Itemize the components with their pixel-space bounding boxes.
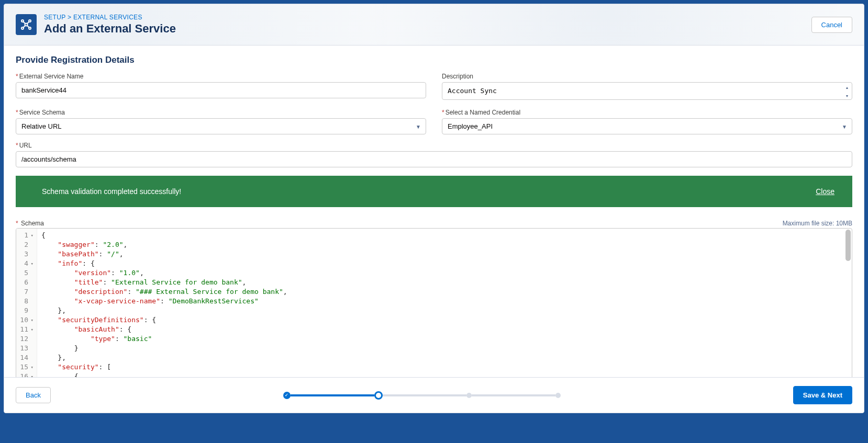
progress-step-1-done — [283, 392, 291, 399]
cancel-button[interactable]: Cancel — [811, 17, 852, 33]
code-line[interactable]: }, — [41, 306, 848, 315]
description-resize-handle[interactable]: ▲▼ — [843, 84, 851, 100]
gutter-line: 2 — [18, 240, 34, 249]
fold-toggle-icon[interactable]: ▾ — [29, 259, 34, 268]
breadcrumb-external-services[interactable]: EXTERNAL SERVICES — [73, 14, 142, 21]
gutter-line: 14 — [18, 353, 34, 362]
gutter-line: 9 — [18, 306, 34, 315]
url-label: *URL — [16, 142, 852, 149]
description-label: Description — [442, 73, 852, 80]
code-line[interactable]: "basePath": "/", — [41, 249, 848, 259]
gutter-line: 13 — [18, 344, 34, 353]
gutter-line: 3 — [18, 249, 34, 259]
gutter-line: 8 — [18, 297, 34, 306]
service-schema-label: *Service Schema — [16, 109, 426, 116]
gutter-line: 15▾ — [18, 362, 34, 372]
url-input[interactable] — [16, 151, 852, 167]
svg-line-6 — [27, 22, 29, 24]
code-line[interactable]: "version": "1.0", — [41, 268, 848, 278]
external-service-icon — [16, 14, 37, 35]
schema-code-editor[interactable]: 1▾234▾5678910▾11▾12131415▾16▾17▾ { "swag… — [16, 228, 852, 377]
wizard-progress — [283, 391, 561, 400]
gutter-line: 6 — [18, 278, 34, 287]
code-line[interactable]: { — [41, 231, 848, 240]
svg-line-7 — [24, 26, 26, 28]
schema-hint: Maximum file size: 10MB — [783, 220, 852, 227]
code-line[interactable]: "info": { — [41, 259, 848, 268]
gutter-line: 5 — [18, 268, 34, 278]
code-line[interactable]: "security": [ — [41, 362, 848, 372]
section-title: Provide Registration Details — [16, 55, 852, 65]
named-credential-select[interactable]: Employee_API — [442, 118, 852, 134]
progress-step-3 — [466, 393, 472, 398]
svg-line-5 — [24, 22, 26, 24]
breadcrumb: SETUP > EXTERNAL SERVICES — [44, 14, 804, 21]
svg-point-1 — [29, 20, 31, 22]
svg-point-4 — [25, 24, 28, 26]
gutter-line: 1▾ — [18, 231, 34, 240]
fold-toggle-icon[interactable]: ▾ — [29, 231, 34, 240]
content-scroll-area[interactable]: Provide Registration Details *External S… — [4, 55, 864, 377]
editor-scrollbar[interactable] — [845, 230, 851, 377]
code-line[interactable]: "type": "basic" — [41, 334, 848, 344]
page-header: SETUP > EXTERNAL SERVICES Add an Externa… — [4, 4, 864, 46]
gutter-line: 7 — [18, 287, 34, 297]
banner-message: Schema validation completed successfully… — [42, 187, 816, 196]
description-input[interactable] — [442, 82, 852, 100]
back-button[interactable]: Back — [16, 387, 51, 403]
save-and-next-button[interactable]: Save & Next — [793, 386, 852, 404]
service-schema-select[interactable]: Relative URL — [16, 118, 426, 134]
svg-point-0 — [21, 20, 24, 22]
page-title: Add an External Service — [44, 22, 804, 36]
schema-label: * Schema — [16, 220, 783, 227]
external-service-name-input[interactable] — [16, 82, 426, 98]
code-line[interactable]: { — [41, 372, 848, 377]
banner-close-link[interactable]: Close — [816, 187, 834, 196]
svg-point-2 — [21, 27, 24, 29]
progress-step-2-current — [374, 391, 383, 400]
fold-toggle-icon[interactable]: ▾ — [29, 362, 34, 372]
fold-toggle-icon[interactable]: ▾ — [29, 372, 34, 377]
wizard-footer: Back Save & Next — [4, 378, 864, 413]
fold-toggle-icon[interactable]: ▾ — [29, 315, 34, 325]
code-line[interactable]: } — [41, 344, 848, 353]
gutter-line: 16▾ — [18, 372, 34, 377]
gutter-line: 10▾ — [18, 315, 34, 325]
code-line[interactable]: "swagger": "2.0", — [41, 240, 848, 249]
code-line[interactable]: "securityDefinitions": { — [41, 315, 848, 325]
svg-line-8 — [27, 26, 29, 28]
gutter-line: 11▾ — [18, 325, 34, 334]
external-service-name-label: *External Service Name — [16, 73, 426, 80]
breadcrumb-setup[interactable]: SETUP — [44, 14, 65, 21]
code-line[interactable]: "title": "External Service for demo bank… — [41, 278, 848, 287]
gutter-line: 12 — [18, 334, 34, 344]
svg-point-3 — [29, 27, 31, 29]
code-line[interactable]: "x-vcap-service-name": "DemoBankRestServ… — [41, 297, 848, 306]
code-line[interactable]: "description": "### External Service for… — [41, 287, 848, 297]
fold-toggle-icon[interactable]: ▾ — [29, 325, 34, 334]
success-banner: Schema validation completed successfully… — [16, 176, 852, 207]
named-credential-label: *Select a Named Credential — [442, 109, 852, 116]
gutter-line: 4▾ — [18, 259, 34, 268]
code-line[interactable]: }, — [41, 353, 848, 362]
code-line[interactable]: "basicAuth": { — [41, 325, 848, 334]
progress-step-4 — [555, 393, 561, 398]
